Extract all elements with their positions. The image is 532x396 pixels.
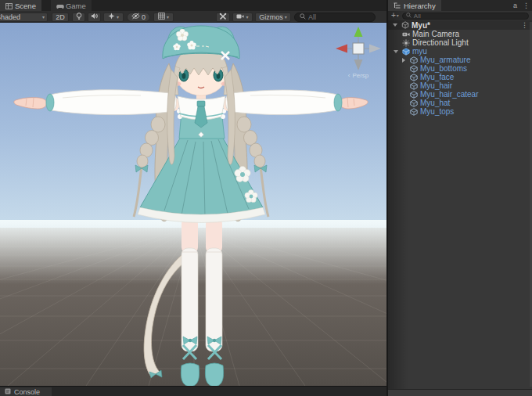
2d-toggle-button[interactable]: 2D	[52, 13, 69, 22]
grid-icon	[158, 13, 165, 21]
scene-render: ‹Persp	[0, 23, 386, 386]
create-object-button[interactable]: + ▾	[391, 12, 399, 20]
cube-icon	[409, 107, 418, 116]
shading-mode-label: Shaded	[0, 13, 20, 21]
hierarchy-item-label: Myu_hair_catear	[420, 90, 478, 99]
scene-view-icon	[5, 2, 13, 9]
arrow-spacer	[392, 39, 399, 46]
hierarchy-item-myu-bottoms[interactable]: Myu_bottoms	[388, 64, 532, 73]
collapsed-arrow-icon[interactable]	[400, 56, 407, 63]
arrow-spacer	[400, 108, 407, 115]
tab-game[interactable]: Game	[51, 0, 92, 11]
hierarchy-icon	[394, 2, 401, 10]
scene-toolbar: Shaded ▾ 2D ▾	[0, 11, 386, 23]
tab-scene-label: Scene	[15, 2, 36, 10]
camera-icon	[401, 30, 410, 38]
scene-effects-dropdown[interactable]: ▾	[103, 13, 124, 22]
arrow-spacer	[400, 99, 407, 106]
unity-editor-window: Scene Game Shaded ▾ 2D	[0, 0, 532, 396]
left-arm	[14, 90, 176, 115]
hidden-objects-count: 0	[142, 13, 146, 21]
bottom-panel-strip: Console	[0, 386, 386, 396]
hierarchy-item-myu-hair[interactable]: Myu_hair	[388, 81, 532, 90]
cube-icon	[409, 73, 418, 81]
hierarchy-item-myu-hair-catear[interactable]: Myu_hair_catear	[388, 90, 532, 99]
grid-visibility-dropdown[interactable]: ▾	[153, 13, 174, 22]
axis-cone-down[interactable]	[354, 59, 363, 70]
gizmos-label: Gizmos	[259, 13, 283, 21]
gizmo-center-cube[interactable]	[353, 43, 364, 54]
y-axis-cone[interactable]	[354, 27, 363, 37]
hierarchy-item-label: myu	[412, 47, 427, 56]
tab-console[interactable]: Console	[0, 387, 52, 396]
hierarchy-item-label: Myu_armature	[420, 56, 470, 64]
tab-scene[interactable]: Scene	[0, 0, 41, 11]
hierarchy-item-myu[interactable]: myu	[388, 47, 532, 56]
prefab-icon	[401, 47, 410, 56]
chevron-down-icon: ▾	[167, 15, 169, 20]
hierarchy-tabbar: Hierarchy a ⋮	[388, 0, 532, 11]
chevron-down-icon: ▾	[42, 15, 45, 20]
hierarchy-toolbar: + ▾ All	[388, 11, 532, 20]
hierarchy-footer	[388, 389, 532, 396]
hierarchy-item-myu-tops[interactable]: Myu_tops	[388, 107, 532, 116]
hierarchy-item-directional-light[interactable]: Directional Light	[388, 38, 532, 47]
gizmos-dropdown[interactable]: Gizmos ▾	[255, 13, 291, 22]
scene-search-input[interactable]: All	[294, 13, 376, 22]
hierarchy-panel: Hierarchy a ⋮ + ▾ All My	[386, 0, 532, 396]
chevron-down-icon: ▾	[397, 13, 399, 18]
search-icon	[406, 13, 412, 20]
kebab-menu-icon[interactable]: ⋮	[523, 2, 530, 9]
2d-label: 2D	[56, 13, 65, 21]
hierarchy-item-label: Myu_tops	[420, 107, 454, 116]
tab-hierarchy[interactable]: Hierarchy	[388, 0, 441, 11]
search-icon	[300, 13, 306, 21]
expanded-arrow-icon[interactable]	[391, 22, 398, 29]
console-icon	[5, 388, 11, 396]
game-controller-icon	[56, 2, 63, 9]
plus-icon: +	[391, 12, 396, 20]
scene-name-label: Myu*	[412, 21, 430, 30]
auto-sync-button[interactable]: a	[513, 2, 517, 9]
x-axis-cone[interactable]	[336, 45, 347, 53]
kebab-menu-icon[interactable]: ⋮	[521, 22, 528, 29]
hierarchy-item-main-camera[interactable]: Main Camera	[388, 30, 532, 38]
hierarchy-item-label: Main Camera	[412, 30, 459, 38]
chevron-down-icon: ▾	[117, 15, 119, 20]
unity-scene-icon	[401, 21, 409, 30]
light-bulb-icon	[76, 13, 82, 22]
chevron-down-icon: ▾	[285, 15, 287, 20]
light-icon	[401, 38, 410, 47]
tab-game-label: Game	[66, 2, 86, 10]
arrow-spacer	[400, 91, 407, 98]
component-tools-button[interactable]	[216, 13, 230, 22]
view-orientation-gizmo[interactable]: ‹Persp	[336, 27, 381, 79]
hierarchy-item-label: Myu_hair	[420, 81, 452, 90]
arrow-spacer	[400, 74, 407, 81]
shading-mode-dropdown[interactable]: Shaded ▾	[0, 13, 48, 22]
hidden-objects-toggle[interactable]: 0	[127, 13, 150, 22]
hierarchy-search-input[interactable]: All	[402, 13, 529, 20]
hierarchy-item-label: Myu_face	[420, 73, 454, 81]
scene-lighting-toggle[interactable]	[72, 13, 85, 22]
cube-icon	[409, 90, 418, 99]
axis-cone-right[interactable]	[369, 45, 381, 53]
hierarchy-item-myu-hat[interactable]: Myu_hat	[388, 99, 532, 107]
scene-header-row[interactable]: Myu* ⋮	[388, 20, 532, 30]
perspective-label[interactable]: ‹Persp	[348, 72, 369, 79]
cube-icon	[409, 64, 418, 73]
scene-search-placeholder: All	[308, 13, 316, 21]
arrow-spacer	[392, 31, 399, 38]
scene-camera-dropdown[interactable]: ▾	[232, 13, 253, 22]
scene-viewport[interactable]: ‹Persp	[0, 23, 386, 386]
cube-icon	[409, 56, 418, 64]
hierarchy-search-placeholder: All	[414, 13, 421, 20]
expanded-arrow-icon[interactable]	[392, 48, 399, 55]
hierarchy-item-myu-face[interactable]: Myu_face	[388, 73, 532, 81]
eye-slash-icon	[131, 13, 140, 21]
speaker-icon	[91, 13, 98, 21]
scene-audio-toggle[interactable]	[88, 13, 101, 22]
hierarchy-item-label: Myu_bottoms	[420, 64, 467, 73]
hierarchy-item-myu-armature[interactable]: Myu_armature	[388, 56, 532, 64]
arrow-spacer	[400, 65, 407, 72]
